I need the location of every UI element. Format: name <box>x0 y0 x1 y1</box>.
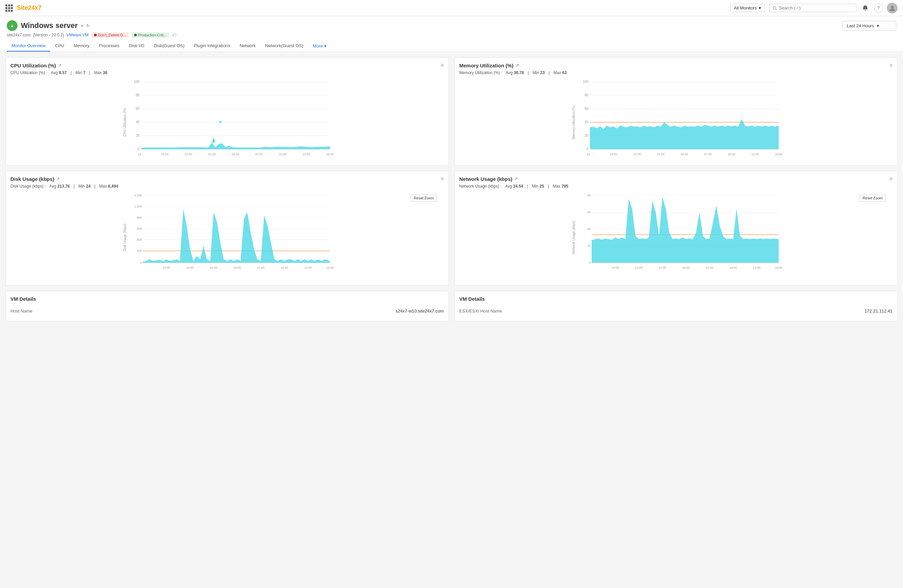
monitor-filter-chevron: ▾ <box>759 5 761 11</box>
svg-text:20: 20 <box>587 244 591 248</box>
cpu-chart-svg: CPU Utilization (%) 100 80 60 40 20 0 16… <box>11 78 444 159</box>
svg-text:01:00: 01:00 <box>208 152 216 156</box>
svg-text:40: 40 <box>587 227 591 230</box>
svg-text:10:00: 10:00 <box>281 266 288 270</box>
svg-text:16:00: 16:00 <box>326 152 334 156</box>
svg-text:10:00: 10:00 <box>279 152 287 156</box>
monitor-meta: site24x7.com [Version - 20.0.2] VMware V… <box>7 32 896 38</box>
svg-text:80: 80 <box>587 194 591 197</box>
monitor-actions: ≡ ↻ <box>81 23 90 28</box>
svg-text:16:00: 16:00 <box>775 152 783 156</box>
svg-marker-79 <box>143 209 330 263</box>
svg-text:40: 40 <box>136 120 140 124</box>
tab-memory[interactable]: Memory <box>69 41 94 52</box>
svg-text:22:00: 22:00 <box>185 152 192 156</box>
help-icon[interactable]: ? <box>874 4 883 13</box>
svg-text:1,000: 1,000 <box>134 205 142 208</box>
svg-text:80: 80 <box>585 93 588 97</box>
disk-chart-svg: Disk Usage (kbps) 1,200 1,000 800 600 40… <box>11 192 444 279</box>
network-export-icon[interactable]: ↗ <box>514 176 518 181</box>
tab-plugin-integrations[interactable]: Plugin Integrations <box>189 41 235 52</box>
svg-text:Network Usage (kbps): Network Usage (kbps) <box>572 221 576 254</box>
svg-marker-101 <box>592 197 779 263</box>
vm-hostname-label: Host Name <box>11 309 32 314</box>
memory-chart-title: Memory Utilization (%) ↗ <box>459 63 519 68</box>
disk-chart-card: Disk Usage (kbps) ↗ ≡ Disk Usage (kbps) … <box>5 171 449 285</box>
disk-export-icon[interactable]: ↗ <box>56 176 60 181</box>
vm-row-hostname: Host Name s24x7-w10.site24x7.com <box>11 306 444 316</box>
tab-network-guest-os[interactable]: Network(Guest OS) <box>260 41 308 52</box>
network-chart-card: Network Usage (kbps) ↗ ≡ Network Usage (… <box>454 171 898 285</box>
tab-monitor-overview[interactable]: Monitor Overview <box>7 41 50 52</box>
monitor-title-left: Windows server ≡ ↻ <box>7 20 90 31</box>
vm-details-left-title: VM Details <box>11 296 444 302</box>
vm-esx-hostname-value: 172.21.112.41 <box>865 309 892 314</box>
user-avatar[interactable] <box>887 3 898 14</box>
tag-production[interactable]: Production:Criti... <box>131 32 169 38</box>
refresh-icon[interactable]: ↻ <box>86 23 90 28</box>
list-icon[interactable]: ≡ <box>81 23 84 28</box>
svg-text:60: 60 <box>136 107 140 110</box>
cpu-chart-stats: CPU Utilization (%) : Avg 8.57 | Min 7 |… <box>11 71 444 75</box>
svg-text:07:00: 07:00 <box>257 266 265 270</box>
tab-cpu[interactable]: CPU <box>50 41 69 52</box>
svg-point-2 <box>891 6 894 8</box>
vmware-link[interactable]: VMware VM <box>66 33 88 38</box>
tag-dont-delete[interactable]: Don't_Delete:D... <box>91 32 129 38</box>
network-chart-menu[interactable]: ≡ <box>889 176 892 182</box>
tab-processes[interactable]: Processes <box>94 41 124 52</box>
svg-text:19:00: 19:00 <box>612 266 619 270</box>
disk-chart-header: Disk Usage (kbps) ↗ ≡ <box>11 176 444 182</box>
svg-text:01:00: 01:00 <box>657 152 665 156</box>
svg-text:80: 80 <box>136 93 140 97</box>
svg-text:200: 200 <box>137 249 142 252</box>
memory-export-icon[interactable]: ↗ <box>516 63 519 68</box>
network-chart-title: Network Usage (kbps) ↗ <box>459 176 518 182</box>
more-button[interactable]: More ▾ <box>308 41 331 51</box>
tags-icon[interactable]: 🏷 <box>172 33 176 38</box>
network-reset-zoom-button[interactable]: Reset Zoom <box>859 194 886 201</box>
svg-text:16:00: 16:00 <box>326 266 334 270</box>
monitor-title-row: Windows server ≡ ↻ Last 24 Hours ▾ <box>7 20 896 31</box>
memory-chart-svg: Memory Utilization (%) 100 80 60 40 20 0… <box>459 78 892 159</box>
svg-text:13:00: 13:00 <box>302 152 310 156</box>
app-grid-icon[interactable] <box>5 5 13 12</box>
search-input[interactable] <box>779 5 853 11</box>
svg-text:07:00: 07:00 <box>255 152 263 156</box>
svg-text:19:00: 19:00 <box>161 152 169 156</box>
svg-text:100: 100 <box>582 80 588 83</box>
tab-disk-io[interactable]: Disk I/O <box>124 41 149 52</box>
cpu-chart-menu[interactable]: ≡ <box>441 62 444 68</box>
vm-details-right-title: VM Details <box>459 296 892 302</box>
svg-text:13:00: 13:00 <box>751 152 759 156</box>
svg-marker-53 <box>590 119 779 149</box>
memory-chart-wrap: Memory Utilization (%) 100 80 60 40 20 0… <box>459 78 892 160</box>
memory-chart-card: Memory Utilization (%) ↗ ≡ Memory Utiliz… <box>454 57 898 165</box>
svg-text:20: 20 <box>585 134 588 137</box>
svg-text:22:00: 22:00 <box>634 152 641 156</box>
vm-details-left: VM Details Host Name s24x7-w10.site24x7.… <box>5 291 449 321</box>
svg-text:10:00: 10:00 <box>728 152 736 156</box>
memory-chart-menu[interactable]: ≡ <box>889 62 892 68</box>
svg-line-1 <box>776 9 777 10</box>
tab-network[interactable]: Network <box>235 41 260 52</box>
vm-hostname-value: s24x7-w10.site24x7.com <box>396 309 444 314</box>
svg-text:100: 100 <box>134 80 140 83</box>
svg-marker-27 <box>212 137 215 143</box>
svg-text:0: 0 <box>137 147 140 151</box>
vm-esx-hostname-label: ESX/ESXi Host Name <box>459 309 502 314</box>
time-range-select[interactable]: Last 24 Hours ▾ <box>842 21 896 31</box>
svg-text:0: 0 <box>140 261 142 264</box>
svg-text:19:00: 19:00 <box>610 152 618 156</box>
tab-disk-guest-os[interactable]: Disk(Guest OS) <box>149 41 189 52</box>
svg-text:04:00: 04:00 <box>232 152 239 156</box>
monitor-filter-select[interactable]: All Monitors ▾ <box>730 4 765 12</box>
disk-chart-menu[interactable]: ≡ <box>441 176 444 182</box>
cpu-export-icon[interactable]: ↗ <box>58 63 61 68</box>
brand-logo[interactable]: Site24x7 <box>17 5 41 11</box>
search-box[interactable] <box>769 4 856 12</box>
svg-text:0: 0 <box>589 261 591 264</box>
bell-icon[interactable] <box>861 3 870 13</box>
svg-text:04:00: 04:00 <box>682 266 690 270</box>
disk-reset-zoom-button[interactable]: Reset Zoom <box>411 194 437 201</box>
